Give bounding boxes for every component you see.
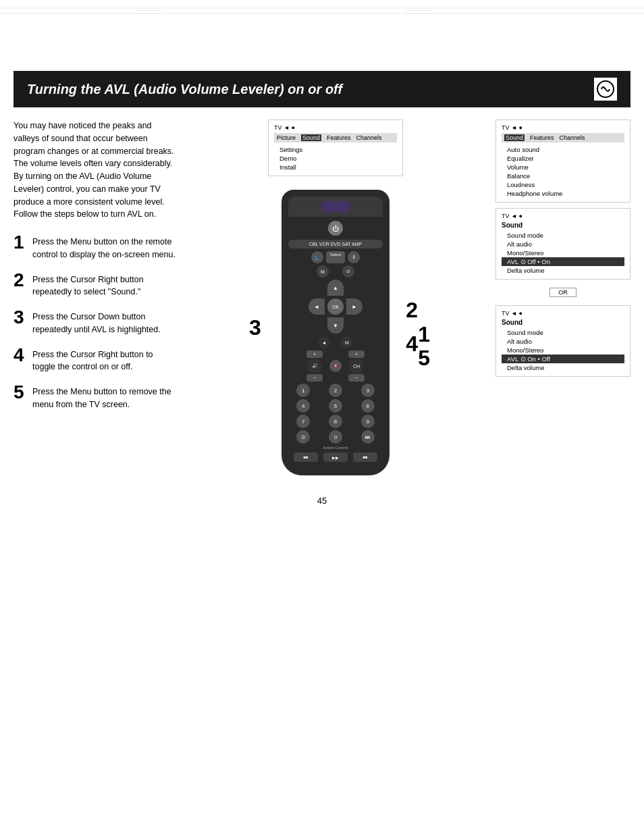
mono-stereo-4: Mono/Stereo	[502, 346, 624, 355]
cursor-right-button[interactable]: ►	[346, 298, 363, 315]
remote-sensor-area	[288, 197, 383, 217]
delta-vol-4: Delta volume	[502, 363, 624, 372]
delta-vol-3: Delta volume	[502, 266, 624, 275]
sound-tab-active: Sound	[504, 134, 525, 141]
step-item-1: 1 Press the Menu button on the remote co…	[14, 233, 176, 261]
or-label: OR	[549, 288, 576, 297]
nav-cluster: ▲ ▼ ◄ ► OK	[308, 280, 363, 334]
bottom-btn-1[interactable]: ■■	[294, 452, 318, 462]
menu-screen-2: TV ◄ ● Sound Features Channels Auto soun…	[495, 120, 630, 203]
btn-menu-top[interactable]: M	[317, 265, 329, 278]
center-column: TV ◄ ● Picture Sound Features Channels S…	[186, 120, 485, 475]
callout-number-1: 1	[418, 322, 430, 347]
step-number-1: 1	[14, 233, 27, 252]
ch-down-button[interactable]: −	[348, 374, 365, 382]
cursor-left-button[interactable]: ◄	[308, 298, 325, 315]
menu-bar-2: Sound Features Channels	[502, 133, 624, 142]
vol-up-button[interactable]: +	[306, 350, 323, 358]
menu-screen-3: TV ◄ ● Sound Sound mode Alt audio Mono/S…	[495, 208, 630, 280]
or-divider: OR	[495, 285, 630, 300]
loudness-item: Loudness	[502, 180, 624, 189]
num-0[interactable]: 0	[329, 430, 342, 444]
step-text-2: Press the Cursor Right button repeatedly…	[32, 271, 176, 299]
avl-on-off: AVL ⊙ On • Off	[502, 355, 624, 363]
arrow-row: ◄ M	[288, 336, 383, 348]
menu-bar-1: Picture Sound Features Channels	[274, 133, 397, 142]
remote-body: ⏻ CBL VCR DVD SAT AMP 📺 Select ℹ M ⊙ ▲	[281, 190, 390, 475]
vol-icon[interactable]: 🔊	[307, 359, 322, 373]
source-bar[interactable]: CBL VCR DVD SAT AMP	[288, 240, 383, 248]
sound-title-3: Sound	[502, 221, 624, 229]
main-content: You may have noticed the peaks and valle…	[14, 120, 630, 475]
num-5[interactable]: 5	[329, 399, 342, 413]
num-7[interactable]: 7	[296, 415, 310, 428]
num-4[interactable]: 4	[296, 399, 310, 413]
page-header: Turning the AVL (Audio Volume Leveler) o…	[14, 71, 630, 107]
ok-button[interactable]: OK	[327, 298, 344, 315]
tv-menu-top: TV ◄ ● Picture Sound Features Channels S…	[268, 120, 403, 176]
num-3[interactable]: 3	[361, 384, 375, 397]
callout-number-4: 4	[406, 332, 418, 357]
btn-extra[interactable]: ⊙	[342, 265, 354, 278]
step-item-2: 2 Press the Cursor Right button repeated…	[14, 271, 176, 299]
ch-up-button[interactable]: +	[348, 350, 365, 358]
tv-label-1: TV ◄ ●	[274, 124, 397, 131]
menu-item-settings: Settings	[274, 145, 397, 154]
balance-item: Balance	[502, 172, 624, 180]
sound-title-4: Sound	[502, 319, 624, 326]
cursor-down-button[interactable]: ▼	[327, 317, 344, 334]
alt-audio-4: Alt audio	[502, 337, 624, 346]
steps-list: 1 Press the Menu button on the remote co…	[14, 233, 176, 411]
channels-tab: Channels	[560, 134, 585, 141]
num-8[interactable]: 8	[329, 415, 342, 428]
bottom-btn-3[interactable]: ■■	[353, 452, 377, 462]
auto-sound-item: Auto sound	[502, 145, 624, 154]
right-column: TV ◄ ● Sound Features Channels Auto soun…	[495, 120, 630, 475]
tv-label-3: TV ◄ ●	[502, 213, 624, 219]
btn-cable[interactable]: 📺	[311, 251, 323, 263]
step-text-1: Press the Menu button on the remote cont…	[32, 233, 176, 261]
active-control-label: Active Control	[288, 446, 383, 450]
top-button-row: 📺 Select ℹ	[288, 251, 383, 263]
top-decorative: ···· ···· ···· ···· ···· ···· ···· ····	[0, 0, 644, 34]
headphone-vol-item: Headphone volume	[502, 189, 624, 198]
num-1[interactable]: 1	[296, 384, 310, 397]
tv-label-2: TV ◄ ●	[502, 124, 624, 131]
nav-outer-row: M ⊙	[288, 265, 383, 278]
page-number-text: 45	[317, 496, 327, 506]
sound-mode-4: Sound mode	[502, 328, 624, 337]
btn-info[interactable]: ℹ	[348, 251, 360, 263]
bottom-btn-2[interactable]: ▶▶	[323, 452, 348, 462]
num-6[interactable]: 6	[361, 399, 375, 413]
intro-paragraph: You may have noticed the peaks and valle…	[14, 120, 176, 221]
btn-menu-bottom[interactable]: M	[341, 336, 353, 348]
vol-ch-row: + 🔊 − 🔇 + CH −	[288, 350, 383, 382]
num-special[interactable]: ⊙	[296, 430, 310, 444]
menu-screen-1: TV ◄ ● Picture Sound Features Channels S…	[268, 120, 403, 176]
num-fav[interactable]: ⏭	[361, 430, 375, 444]
menu-tab-features: Features	[327, 134, 351, 141]
ch-icon[interactable]: CH	[349, 359, 364, 373]
vol-down-button[interactable]: −	[306, 374, 323, 382]
step-number-2: 2	[14, 271, 27, 290]
left-column: You may have noticed the peaks and valle…	[14, 120, 176, 475]
svg-text:···· ···· ···· ····: ···· ···· ···· ····	[135, 7, 163, 14]
menu-tab-sound-active: Sound	[301, 134, 321, 141]
power-button[interactable]: ⏻	[328, 221, 343, 236]
callout-number-5: 5	[418, 346, 430, 371]
remote-control: 2 4 3 1 5 ⏻ CBL VCR DVD SAT AMP 📺 Select…	[261, 190, 410, 475]
step-item-5: 5 Press the Menu button to remove the me…	[14, 383, 176, 411]
select-button[interactable]: Select	[326, 251, 346, 263]
mono-stereo-3: Mono/Stereo	[502, 248, 624, 257]
step-text-5: Press the Menu button to remove the menu…	[32, 383, 176, 411]
svg-text:···· ···· ···· ····: ···· ···· ···· ····	[405, 7, 433, 14]
cursor-up-button[interactable]: ▲	[327, 280, 344, 296]
header-title: Turning the AVL (Audio Volume Leveler) o…	[27, 82, 342, 97]
mute-button[interactable]: 🔇	[329, 360, 342, 372]
num-2[interactable]: 2	[329, 384, 342, 397]
btn-back[interactable]: ◄	[318, 336, 330, 348]
step-text-3: Press the Cursor Down button repeatedly …	[32, 308, 176, 336]
num-9[interactable]: 9	[361, 415, 375, 428]
menu-tab-picture: Picture	[277, 134, 296, 141]
alt-audio-3: Alt audio	[502, 240, 624, 248]
